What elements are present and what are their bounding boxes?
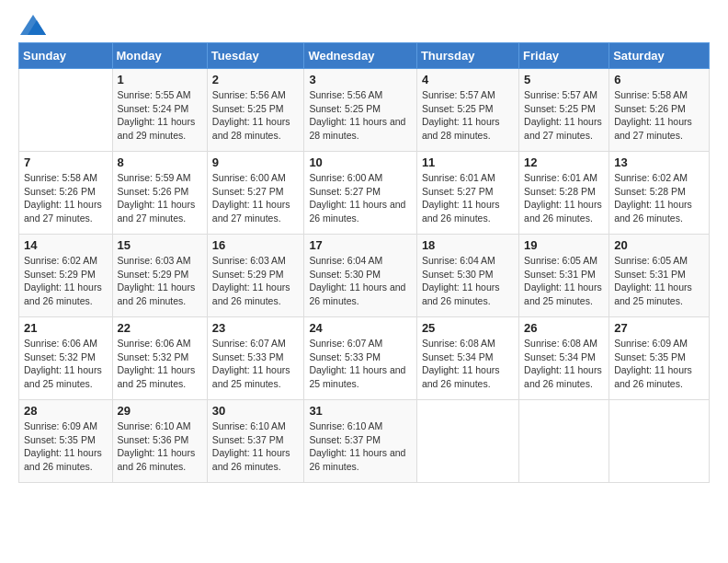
calendar-week: 1Sunrise: 5:55 AM Sunset: 5:24 PM Daylig… [19,69,710,152]
calendar-cell: 26Sunrise: 6:08 AM Sunset: 5:34 PM Dayli… [519,317,609,400]
day-number: 21 [24,321,108,335]
cell-info: Sunrise: 6:09 AM Sunset: 5:35 PM Dayligh… [614,337,704,391]
weekday-header: Sunday [19,43,113,69]
cell-info: Sunrise: 6:05 AM Sunset: 5:31 PM Dayligh… [614,254,704,308]
cell-info: Sunrise: 6:01 AM Sunset: 5:28 PM Dayligh… [524,171,604,225]
calendar-cell: 15Sunrise: 6:03 AM Sunset: 5:29 PM Dayli… [112,235,207,317]
day-number: 20 [614,238,704,252]
calendar-cell [416,400,518,483]
calendar-cell: 14Sunrise: 6:02 AM Sunset: 5:29 PM Dayli… [19,235,113,317]
day-number: 13 [614,155,704,169]
day-number: 7 [24,155,108,169]
calendar-cell: 10Sunrise: 6:00 AM Sunset: 5:27 PM Dayli… [304,152,417,235]
day-number: 2 [212,73,300,86]
calendar-cell: 30Sunrise: 6:10 AM Sunset: 5:37 PM Dayli… [207,400,304,483]
cell-info: Sunrise: 6:10 AM Sunset: 5:36 PM Dayligh… [118,419,202,474]
weekday-header: Monday [112,43,207,69]
calendar-week: 7Sunrise: 5:58 AM Sunset: 5:26 PM Daylig… [19,152,710,235]
calendar-cell: 23Sunrise: 6:07 AM Sunset: 5:33 PM Dayli… [207,317,304,400]
calendar-week: 21Sunrise: 6:06 AM Sunset: 5:32 PM Dayli… [19,317,710,400]
cell-info: Sunrise: 6:06 AM Sunset: 5:32 PM Dayligh… [24,337,108,391]
cell-info: Sunrise: 6:10 AM Sunset: 5:37 PM Dayligh… [309,419,412,474]
calendar-header: SundayMondayTuesdayWednesdayThursdayFrid… [19,43,710,69]
cell-info: Sunrise: 6:03 AM Sunset: 5:29 PM Dayligh… [118,254,202,308]
calendar-cell: 16Sunrise: 6:03 AM Sunset: 5:29 PM Dayli… [207,235,304,317]
calendar-cell: 4Sunrise: 5:57 AM Sunset: 5:25 PM Daylig… [416,69,518,152]
calendar-cell [609,400,710,483]
day-number: 22 [118,321,202,335]
day-number: 6 [614,73,704,86]
day-number: 8 [118,155,202,169]
day-number: 26 [524,321,604,335]
calendar-cell: 24Sunrise: 6:07 AM Sunset: 5:33 PM Dayli… [304,317,417,400]
cell-info: Sunrise: 6:00 AM Sunset: 5:27 PM Dayligh… [212,171,300,225]
calendar-cell: 1Sunrise: 5:55 AM Sunset: 5:24 PM Daylig… [112,69,207,152]
calendar-cell [519,400,609,483]
day-number: 5 [524,73,604,86]
cell-info: Sunrise: 6:00 AM Sunset: 5:27 PM Dayligh… [309,171,412,225]
calendar-cell: 12Sunrise: 6:01 AM Sunset: 5:28 PM Dayli… [519,152,609,235]
weekday-header: Thursday [416,43,518,69]
weekday-header: Saturday [609,43,710,69]
logo-icon [20,15,46,35]
calendar-cell: 9Sunrise: 6:00 AM Sunset: 5:27 PM Daylig… [207,152,304,235]
cell-info: Sunrise: 5:56 AM Sunset: 5:25 PM Dayligh… [309,88,412,143]
cell-info: Sunrise: 6:01 AM Sunset: 5:27 PM Dayligh… [422,171,514,225]
day-number: 11 [422,155,514,169]
day-number: 10 [309,155,412,169]
page-header [18,15,710,35]
cell-info: Sunrise: 6:04 AM Sunset: 5:30 PM Dayligh… [309,254,412,308]
cell-info: Sunrise: 5:58 AM Sunset: 5:26 PM Dayligh… [614,88,704,143]
day-number: 27 [614,321,704,335]
calendar-cell: 7Sunrise: 5:58 AM Sunset: 5:26 PM Daylig… [19,152,113,235]
cell-info: Sunrise: 6:02 AM Sunset: 5:28 PM Dayligh… [614,171,704,225]
calendar-cell: 25Sunrise: 6:08 AM Sunset: 5:34 PM Dayli… [416,317,518,400]
calendar-cell [19,69,113,152]
calendar-body: 1Sunrise: 5:55 AM Sunset: 5:24 PM Daylig… [19,69,710,483]
calendar-cell: 3Sunrise: 5:56 AM Sunset: 5:25 PM Daylig… [304,69,417,152]
day-number: 29 [118,404,202,418]
day-number: 23 [212,321,300,335]
weekday-row: SundayMondayTuesdayWednesdayThursdayFrid… [19,43,710,69]
cell-info: Sunrise: 6:08 AM Sunset: 5:34 PM Dayligh… [524,337,604,391]
weekday-header: Friday [519,43,609,69]
calendar-cell: 22Sunrise: 6:06 AM Sunset: 5:32 PM Dayli… [112,317,207,400]
calendar-cell: 28Sunrise: 6:09 AM Sunset: 5:35 PM Dayli… [19,400,113,483]
calendar-week: 14Sunrise: 6:02 AM Sunset: 5:29 PM Dayli… [19,235,710,317]
day-number: 18 [422,238,514,252]
cell-info: Sunrise: 6:07 AM Sunset: 5:33 PM Dayligh… [212,337,300,391]
cell-info: Sunrise: 6:08 AM Sunset: 5:34 PM Dayligh… [422,337,514,391]
calendar-week: 28Sunrise: 6:09 AM Sunset: 5:35 PM Dayli… [19,400,710,483]
cell-info: Sunrise: 6:07 AM Sunset: 5:33 PM Dayligh… [309,337,412,391]
logo-text [18,15,46,35]
cell-info: Sunrise: 6:05 AM Sunset: 5:31 PM Dayligh… [524,254,604,308]
cell-info: Sunrise: 5:58 AM Sunset: 5:26 PM Dayligh… [24,171,108,225]
day-number: 24 [309,321,412,335]
calendar-cell: 17Sunrise: 6:04 AM Sunset: 5:30 PM Dayli… [304,235,417,317]
weekday-header: Tuesday [207,43,304,69]
day-number: 31 [309,404,412,418]
calendar-table: SundayMondayTuesdayWednesdayThursdayFrid… [18,42,710,483]
day-number: 19 [524,238,604,252]
day-number: 17 [309,238,412,252]
cell-info: Sunrise: 6:04 AM Sunset: 5:30 PM Dayligh… [422,254,514,308]
calendar-cell: 29Sunrise: 6:10 AM Sunset: 5:36 PM Dayli… [112,400,207,483]
logo [18,15,46,35]
cell-info: Sunrise: 6:09 AM Sunset: 5:35 PM Dayligh… [24,419,108,474]
cell-info: Sunrise: 5:59 AM Sunset: 5:26 PM Dayligh… [118,171,202,225]
day-number: 25 [422,321,514,335]
cell-info: Sunrise: 5:57 AM Sunset: 5:25 PM Dayligh… [524,88,604,143]
day-number: 9 [212,155,300,169]
day-number: 12 [524,155,604,169]
calendar-cell: 13Sunrise: 6:02 AM Sunset: 5:28 PM Dayli… [609,152,710,235]
weekday-header: Wednesday [304,43,417,69]
cell-info: Sunrise: 6:10 AM Sunset: 5:37 PM Dayligh… [212,419,300,474]
day-number: 30 [212,404,300,418]
calendar-cell: 19Sunrise: 6:05 AM Sunset: 5:31 PM Dayli… [519,235,609,317]
calendar-cell: 5Sunrise: 5:57 AM Sunset: 5:25 PM Daylig… [519,69,609,152]
cell-info: Sunrise: 6:03 AM Sunset: 5:29 PM Dayligh… [212,254,300,308]
calendar-cell: 31Sunrise: 6:10 AM Sunset: 5:37 PM Dayli… [304,400,417,483]
cell-info: Sunrise: 5:57 AM Sunset: 5:25 PM Dayligh… [422,88,514,143]
calendar-cell: 21Sunrise: 6:06 AM Sunset: 5:32 PM Dayli… [19,317,113,400]
calendar-cell: 8Sunrise: 5:59 AM Sunset: 5:26 PM Daylig… [112,152,207,235]
